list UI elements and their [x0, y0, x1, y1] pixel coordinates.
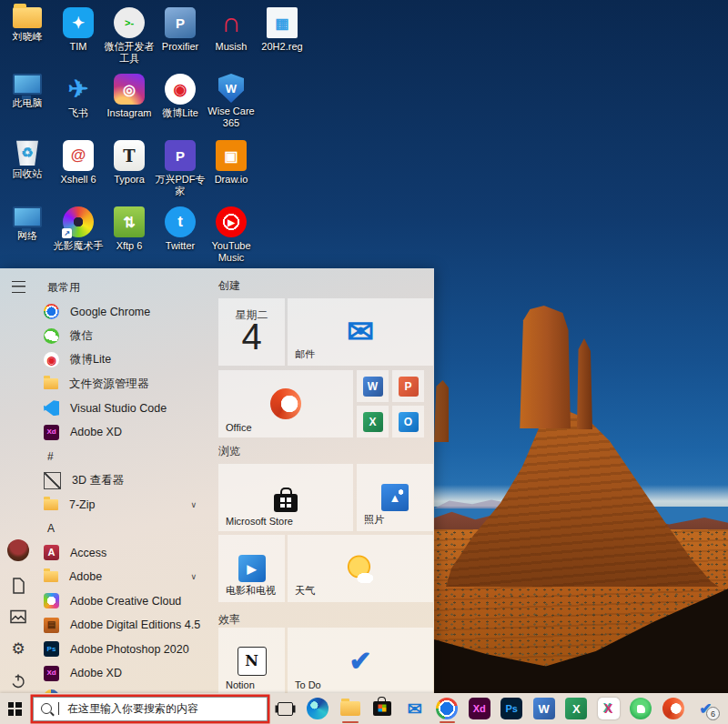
desktop-icon-label: YouTube Music — [206, 240, 257, 263]
taskbar-icon-image — [307, 698, 329, 719]
tile[interactable]: ▶ 电影和电视 — [218, 535, 285, 602]
desktop-icon-image: ↗ — [63, 206, 94, 237]
tile-icon — [270, 388, 301, 419]
desktop-icon[interactable]: t Twitter — [155, 203, 206, 269]
desktop-icon[interactable]: W Wise Care 365 — [206, 70, 257, 136]
desktop-icon[interactable]: ✈ 飞书 — [53, 70, 104, 136]
taskbar-icon[interactable]: ✔ 6 — [690, 693, 723, 724]
tile-icon — [237, 317, 268, 347]
desktop-icon[interactable]: ↗ 此电脑 — [2, 70, 53, 136]
tile-label: Office — [226, 422, 252, 433]
tile-icon: ▶ — [238, 555, 266, 582]
desktop-icon-label: Instagram — [107, 107, 152, 119]
tile[interactable]: P — [392, 370, 424, 402]
tile[interactable]: ✔ To Do — [288, 628, 433, 693]
desktop-icon-image: @ — [63, 140, 94, 171]
tile-icon: N — [238, 647, 267, 676]
taskbar-icon[interactable]: Xd — [463, 693, 496, 724]
taskbar-icon-image — [630, 698, 652, 719]
desktop-icon-label: 20H2.reg — [261, 41, 302, 53]
desktop-icon[interactable]: P Proxifier — [155, 4, 206, 70]
desktop-icon-image: >- — [114, 7, 145, 38]
desktop-icon-label: 光影魔术手 — [54, 240, 104, 252]
desktop-icon[interactable]: ▶ YouTube Music — [206, 203, 257, 269]
desktop-icon-image: ∩ — [216, 7, 247, 38]
desktop-icon[interactable]: ∩ Musish — [206, 4, 257, 70]
tile-label: 天气 — [295, 584, 315, 598]
desktop-icon[interactable]: ◉ 微博Lite — [155, 70, 206, 136]
windows-logo-icon — [8, 702, 22, 716]
taskbar-icon[interactable]: ✉ — [399, 693, 431, 724]
tile[interactable]: X — [357, 406, 389, 437]
tile-label: 电影和电视 — [226, 584, 276, 598]
desktop-icon-label: Typora — [114, 174, 145, 186]
desktop-icon-label: 万兴PDF专家 — [155, 174, 206, 196]
tile[interactable]: ▲ 照片 — [357, 464, 433, 531]
taskbar-icon-image: X — [598, 698, 620, 719]
taskbar-icon-image — [278, 702, 293, 716]
desktop-icon-image: ▦ — [267, 7, 298, 38]
taskbar-icon[interactable] — [367, 693, 399, 724]
taskbar-icon[interactable] — [334, 693, 367, 724]
desktop-icon[interactable]: ↗ 光影魔术手 — [53, 203, 104, 269]
taskbar-icon[interactable] — [269, 693, 302, 724]
desktop-icon[interactable]: >- 微信开发者工具 — [104, 4, 155, 70]
tile-label: 邮件 — [295, 347, 315, 361]
tile-icon: W — [363, 377, 383, 397]
tile-group-header: 浏览 — [218, 444, 240, 459]
taskbar-icon[interactable]: W — [528, 693, 561, 724]
desktop-icon-label: Proxifier — [162, 41, 198, 53]
desktop-icon-label: 刘晓峰 — [13, 31, 43, 43]
desktop-icon-image: ↗ — [13, 74, 42, 95]
desktop-icon-image: ✦ — [63, 7, 94, 38]
search-input[interactable] — [66, 701, 259, 716]
desktop-icon[interactable]: ↗ 网络 — [2, 203, 53, 269]
taskbar-icon[interactable]: Ps — [496, 693, 529, 724]
desktop-icon-image: ↗ — [13, 206, 42, 227]
desktop-icon[interactable]: ⇅ Xftp 6 — [104, 203, 155, 269]
desktop-icon[interactable]: T Typora — [104, 136, 155, 203]
taskbar-icon[interactable] — [657, 693, 690, 724]
tile-label: Notion — [226, 679, 255, 690]
tile[interactable]: 星期二 4 — [218, 298, 285, 366]
desktop-icon[interactable]: @ Xshell 6 — [53, 136, 104, 203]
start-menu: ⚙ 最常用 Google Chrome 微信 ◉ 微博Lite — [0, 268, 434, 693]
taskbar-search[interactable] — [33, 697, 268, 721]
taskbar-icon[interactable]: X — [561, 693, 593, 724]
taskbar-icon-image: Ps — [500, 698, 522, 719]
tile[interactable]: Office — [218, 370, 353, 437]
taskbar-icon-image: Xd — [469, 698, 490, 719]
desktop-icon-label: Wise Care 365 — [206, 106, 257, 128]
desktop-icon-image: ♻ — [16, 140, 38, 166]
desktop-icon[interactable]: P 万兴PDF专家 — [155, 136, 206, 203]
taskbar-icon-image: ✉ — [404, 698, 426, 719]
desktop-icon[interactable]: ▦ 20H2.reg — [257, 4, 308, 70]
tile-icon — [343, 554, 378, 583]
taskbar-icon[interactable]: X — [592, 693, 625, 724]
desktop-icon[interactable]: ◎ Instagram — [104, 70, 155, 136]
desktop-icon[interactable]: ♻ 回收站 — [2, 136, 53, 203]
desktop-icon-label: TIM — [70, 41, 87, 53]
desktop-icon-image: ◎ — [114, 74, 145, 105]
desktop-icon[interactable]: ▣ Draw.io — [206, 136, 257, 203]
wallpaper-butte-spire — [575, 338, 593, 429]
tile[interactable]: N Notion — [218, 628, 285, 693]
tile-icon: X — [363, 412, 383, 432]
taskbar-icon[interactable] — [431, 693, 464, 724]
start-menu-tiles: 创建浏览效率 星期二 4 ✉ 邮件 Office — [0, 268, 434, 693]
tile[interactable]: ✉ 邮件 — [288, 298, 433, 366]
tile[interactable]: O — [392, 406, 424, 437]
tile[interactable]: Microsoft Store — [218, 464, 353, 531]
desktop-icon[interactable]: ✦ TIM — [53, 4, 104, 70]
desktop-icon[interactable]: ↗ 刘晓峰 — [2, 4, 53, 70]
taskbar-icons: ✉ Xd Ps W X — [269, 693, 722, 724]
taskbar-icon-image: X — [565, 698, 587, 719]
start-button[interactable] — [0, 693, 30, 724]
taskbar-icon-image — [340, 701, 360, 716]
desktop-icon-image: P — [165, 7, 196, 38]
taskbar-icon[interactable] — [625, 693, 658, 724]
running-indicator — [440, 721, 456, 724]
tile[interactable]: 天气 — [288, 535, 433, 602]
taskbar-icon[interactable] — [302, 693, 335, 724]
tile[interactable]: W — [357, 370, 389, 402]
